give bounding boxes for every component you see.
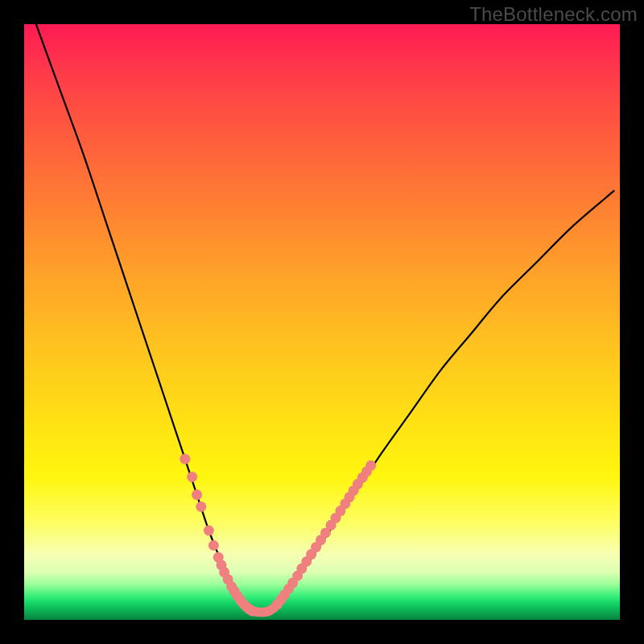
data-marker [208, 540, 219, 551]
data-marker [204, 526, 214, 536]
data-marker [180, 454, 190, 464]
plot-area [24, 24, 620, 620]
data-marker [187, 472, 197, 482]
bottleneck-curve-path [36, 24, 614, 613]
watermark-text: TheBottleneck.com [469, 3, 638, 26]
chart-svg [24, 24, 620, 620]
data-marker [192, 489, 202, 500]
data-marker [365, 460, 376, 471]
right-markers-group [272, 460, 376, 609]
chart-frame: TheBottleneck.com [0, 0, 644, 644]
data-marker [196, 502, 206, 512]
left-markers-group [180, 454, 258, 617]
